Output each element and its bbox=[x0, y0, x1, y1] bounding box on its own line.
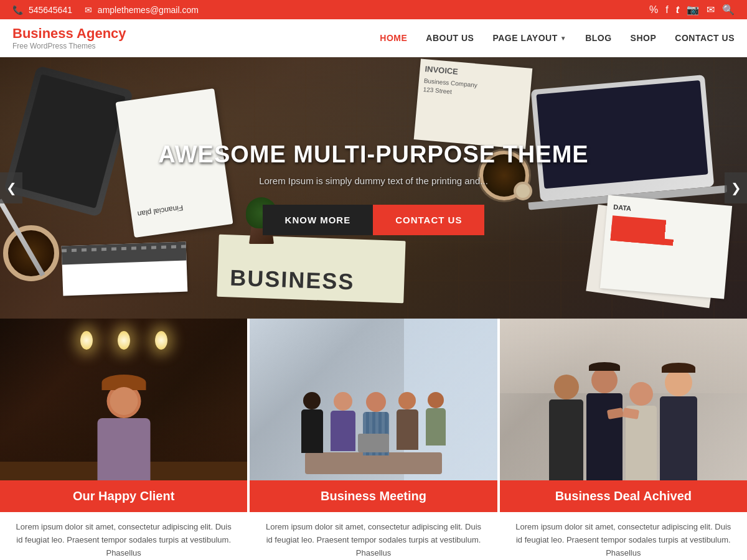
hero-newspaper-decoration bbox=[217, 235, 405, 303]
email-address: amplethemes@gmail.com bbox=[98, 5, 199, 15]
logo-subtitle: Free WordPress Themes bbox=[12, 42, 126, 50]
know-more-button[interactable]: KNOW MORE bbox=[263, 205, 374, 235]
hero-invoice-decoration: INVOICE Business Company123 Street bbox=[414, 58, 533, 149]
top-bar-contact: 📞 545645641 ✉ amplethemes@gmail.com bbox=[12, 5, 199, 15]
mail-icon[interactable]: ✉ bbox=[707, 4, 715, 16]
nav-home[interactable]: HOME bbox=[380, 33, 407, 43]
email-icon: ✉ bbox=[85, 5, 92, 15]
card-business-meeting: Business Meeting Lorem ipsum dolor sit a… bbox=[250, 319, 497, 560]
email-info: ✉ amplethemes@gmail.com bbox=[85, 5, 199, 15]
light-bulb-1 bbox=[80, 331, 93, 350]
phone-icon: 📞 bbox=[12, 5, 23, 15]
phone-number: 545645641 bbox=[29, 5, 72, 15]
hero-title: AWESOME MULTI-PURPOSE THEME bbox=[158, 141, 588, 168]
page-layout-dropdown-arrow: ▼ bbox=[560, 35, 566, 42]
hero-prev-button[interactable]: ❮ bbox=[0, 172, 22, 203]
contact-us-button[interactable]: CONTACT US bbox=[373, 205, 484, 235]
instagram-icon[interactable]: 📷 bbox=[687, 4, 699, 16]
top-bar: 📞 545645641 ✉ amplethemes@gmail.com % f … bbox=[0, 0, 747, 19]
phone-info: 📞 545645641 bbox=[12, 5, 72, 15]
main-nav: HOME ABOUT US PAGE LAYOUT ▼ BLOG SHOP CO… bbox=[380, 33, 735, 43]
hero-subtitle: Lorem Ipsum is simply dummy text of the … bbox=[158, 175, 588, 186]
card-image-2 bbox=[250, 319, 497, 480]
logo-title: Business Agency bbox=[12, 26, 126, 42]
social-icons: % f t 📷 ✉ 🔍 bbox=[649, 4, 735, 16]
hero-content: AWESOME MULTI-PURPOSE THEME Lorem Ipsum … bbox=[158, 141, 588, 235]
hero-section: INVOICE Business Company123 Street DATA … bbox=[0, 57, 747, 319]
card-image-3 bbox=[500, 319, 747, 480]
link-icon[interactable]: % bbox=[649, 4, 658, 16]
hero-buttons: KNOW MORE CONTACT US bbox=[158, 205, 588, 235]
logo[interactable]: Business Agency Free WordPress Themes bbox=[12, 26, 126, 50]
hero-notepad-decoration bbox=[62, 242, 188, 296]
cards-section: Our Happy Client Lorem ipsum dolor sit a… bbox=[0, 319, 747, 560]
card-text-3: Lorem ipsum dolor sit amet, consectetur … bbox=[500, 512, 747, 560]
facebook-icon[interactable]: f bbox=[665, 4, 668, 16]
hero-papers-right-decoration: DATA bbox=[600, 195, 732, 299]
card-business-deal: Business Deal Achived Lorem ipsum dolor … bbox=[500, 319, 747, 560]
nav-shop[interactable]: SHOP bbox=[631, 33, 657, 43]
card-label-2: Business Meeting bbox=[250, 480, 497, 512]
search-icon[interactable]: 🔍 bbox=[722, 4, 735, 16]
card-text-2: Lorem ipsum dolor sit amet, consectetur … bbox=[250, 512, 497, 560]
card-label-3: Business Deal Achived bbox=[500, 480, 747, 512]
twitter-icon[interactable]: t bbox=[676, 4, 679, 16]
card-happy-client: Our Happy Client Lorem ipsum dolor sit a… bbox=[0, 319, 247, 560]
card-label-1: Our Happy Client bbox=[0, 480, 247, 512]
card-image-1 bbox=[0, 319, 247, 480]
nav-about[interactable]: ABOUT US bbox=[426, 33, 474, 43]
hero-next-button[interactable]: ❯ bbox=[725, 172, 747, 203]
light-bulb-3 bbox=[155, 331, 167, 350]
light-bulb-2 bbox=[118, 331, 130, 350]
header: Business Agency Free WordPress Themes HO… bbox=[0, 19, 747, 57]
nav-contact[interactable]: CONTACT US bbox=[675, 33, 735, 43]
nav-page-layout[interactable]: PAGE LAYOUT ▼ bbox=[492, 33, 566, 43]
nav-blog[interactable]: BLOG bbox=[585, 33, 611, 43]
card-text-1: Lorem ipsum dolor sit amet, consectetur … bbox=[0, 512, 247, 560]
